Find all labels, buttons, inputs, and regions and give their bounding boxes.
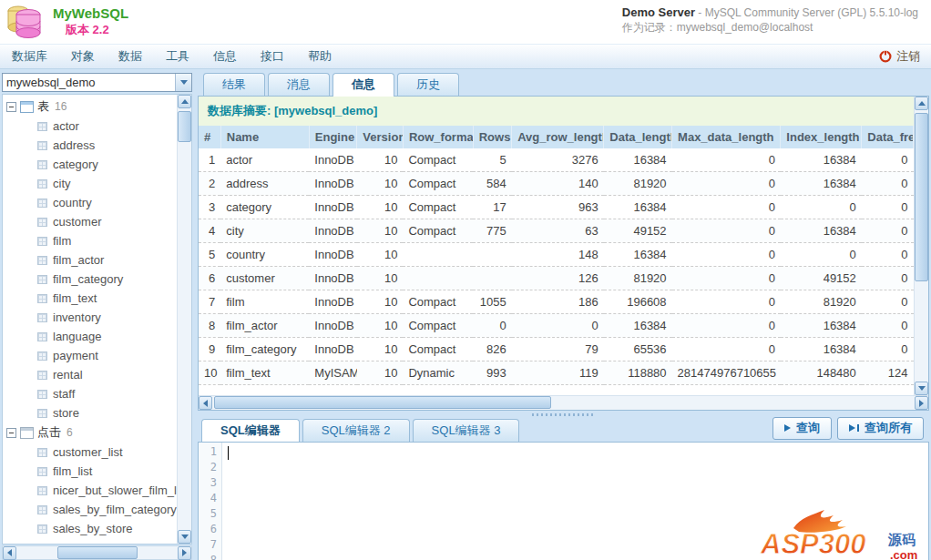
scroll-down-button[interactable] xyxy=(915,382,928,395)
scroll-up-button[interactable] xyxy=(178,95,191,108)
table-icon xyxy=(37,218,47,227)
tree-item-table[interactable]: customer xyxy=(3,212,177,231)
info-panel-content: 数据库摘要: [mywebsql_demo] #NameEngineVersio… xyxy=(199,97,914,395)
sql-editor-tab[interactable]: SQL编辑器 2 xyxy=(302,419,410,442)
sql-editor[interactable]: 12345678 ASP300 源码 xyxy=(198,442,929,560)
column-header: Index_length xyxy=(781,126,862,148)
cell-name: address xyxy=(220,172,309,196)
tree-item-table[interactable]: inventory xyxy=(3,308,177,327)
sql-editor-tab[interactable]: SQL编辑器 3 xyxy=(413,419,520,442)
chevron-down-icon[interactable] xyxy=(175,74,191,91)
tree-item-table[interactable]: category xyxy=(3,155,177,174)
query-buttons: 查询 查询所有 xyxy=(772,417,929,442)
watermark-com-text: .com xyxy=(890,548,917,560)
menu-item[interactable]: 信息 xyxy=(201,45,249,68)
result-tab[interactable]: 结果 xyxy=(203,73,265,97)
scroll-right-button[interactable] xyxy=(178,546,191,560)
tree-item-table[interactable]: city xyxy=(3,174,177,193)
cell-name: film xyxy=(220,290,309,314)
cell-max-data-length: 0 xyxy=(672,196,781,219)
column-header: # xyxy=(199,126,220,148)
column-header: Row_format xyxy=(403,126,473,148)
cell-rows xyxy=(473,267,511,290)
scrollbar-thumb[interactable] xyxy=(57,546,138,559)
cell-version: 10 xyxy=(357,361,404,385)
tree-item-table[interactable]: rental xyxy=(3,365,177,384)
scrollbar-thumb[interactable] xyxy=(915,113,928,281)
menu-item[interactable]: 接口 xyxy=(249,45,296,68)
result-tab[interactable]: 信息 xyxy=(332,73,394,97)
scroll-up-button[interactable] xyxy=(915,97,928,110)
sidebar-vertical-scrollbar[interactable] xyxy=(177,95,191,544)
cell-number: 8 xyxy=(199,314,220,338)
tree-item-table[interactable]: country xyxy=(3,193,177,212)
watermark-main-text: ASP300 xyxy=(760,528,865,560)
scrollbar-thumb[interactable] xyxy=(214,396,551,409)
scroll-down-button[interactable] xyxy=(178,530,191,544)
tree-item-table[interactable]: film_actor xyxy=(3,250,177,270)
menu-item[interactable]: 工具 xyxy=(154,45,201,68)
table-name: film xyxy=(53,234,71,248)
collapse-icon[interactable] xyxy=(6,428,16,438)
scroll-right-button[interactable] xyxy=(915,396,928,410)
tree-item-view[interactable]: nicer_but_slower_film_li xyxy=(3,481,177,500)
cell-engine: InnoDB xyxy=(309,148,357,172)
cell-name: category xyxy=(220,196,309,219)
tree-item-table[interactable]: actor xyxy=(3,117,177,136)
tree-group-tables[interactable]: 表 16 xyxy=(3,97,177,117)
tables-info-table: #NameEngineVersionRow_formatRowsAvg_row_… xyxy=(199,126,914,385)
scrollbar-thumb[interactable] xyxy=(178,111,191,142)
sidebar-horizontal-scrollbar[interactable] xyxy=(2,545,192,560)
cell-index-length: 81920 xyxy=(781,290,862,314)
cell-data-length: 65536 xyxy=(604,338,672,361)
table-horizontal-scrollbar[interactable] xyxy=(199,395,928,410)
tree-group-views[interactable]: 点击 6 xyxy=(3,423,177,443)
table-icon xyxy=(37,179,47,188)
cell-max-data-length: 0 xyxy=(672,338,781,361)
info-panel: 数据库摘要: [mywebsql_demo] #NameEngineVersio… xyxy=(198,96,929,411)
tree-item-view[interactable]: customer_list xyxy=(3,443,177,462)
tree-item-view[interactable]: film_list xyxy=(3,462,177,481)
cell-number: 3 xyxy=(199,196,220,219)
login-info: 作为记录：mywebsql_demo@localhost xyxy=(622,20,918,35)
cell-data-free: 0 xyxy=(862,267,914,290)
table-row: 8 film_actor InnoDB 10 Compact 0 0 16384… xyxy=(199,314,914,338)
run-all-queries-button[interactable]: 查询所有 xyxy=(837,417,924,440)
tree-item-table[interactable]: film_text xyxy=(3,289,177,308)
cell-engine: InnoDB xyxy=(309,338,357,361)
menu-item[interactable]: 对象 xyxy=(59,45,107,68)
view-icon xyxy=(37,524,47,534)
cell-data-length: 16384 xyxy=(604,243,672,267)
result-tab[interactable]: 历史 xyxy=(397,73,459,97)
tables-group-icon xyxy=(20,101,34,113)
cell-rows: 993 xyxy=(473,361,511,385)
database-selector[interactable]: mywebsql_demo xyxy=(2,73,192,92)
tree-item-table[interactable]: staff xyxy=(3,384,177,403)
tree-item-table[interactable]: address xyxy=(3,136,177,155)
resize-grip[interactable] xyxy=(532,413,596,416)
logout-button[interactable]: 注销 xyxy=(868,48,931,65)
tree-item-table[interactable]: language xyxy=(3,327,177,346)
tree-item-view[interactable]: sales_by_store xyxy=(3,519,177,538)
tree-item-table[interactable]: film_category xyxy=(3,270,177,289)
sql-editor-tab[interactable]: SQL编辑器 xyxy=(201,419,300,442)
scroll-left-button[interactable] xyxy=(199,396,212,410)
menu-item[interactable]: 数据库 xyxy=(0,45,59,68)
tree-item-table[interactable]: film xyxy=(3,231,177,250)
collapse-icon[interactable] xyxy=(6,102,16,112)
tree-item-table[interactable]: store xyxy=(3,403,177,423)
tree-item-table[interactable]: payment xyxy=(3,346,177,365)
result-tab[interactable]: 消息 xyxy=(268,73,330,97)
cell-max-data-length: 0 xyxy=(672,172,781,196)
menu-item[interactable]: 数据 xyxy=(107,45,154,68)
column-header: Avg_row_length xyxy=(512,126,604,148)
cell-version: 10 xyxy=(357,290,404,314)
scroll-left-button[interactable] xyxy=(3,546,16,560)
view-icon xyxy=(37,505,47,514)
menu-item[interactable]: 帮助 xyxy=(296,45,343,68)
run-query-button[interactable]: 查询 xyxy=(772,417,832,440)
table-vertical-scrollbar[interactable] xyxy=(914,97,928,395)
cell-name: city xyxy=(220,219,309,243)
tree-item-view[interactable]: sales_by_film_category xyxy=(3,500,177,519)
table-icon xyxy=(37,371,47,380)
